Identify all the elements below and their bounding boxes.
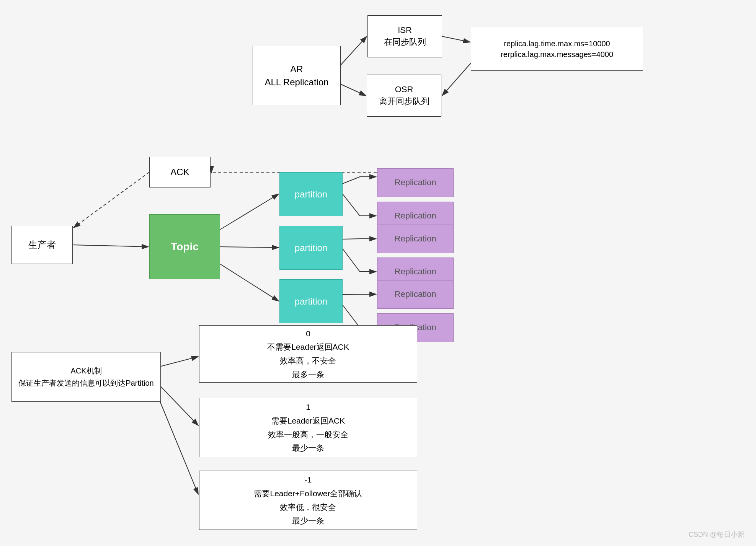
- ack1-box: 1 需要Leader返回ACK 效率一般高，一般安全 最少一条: [199, 398, 417, 457]
- ar-box: AR ALL Replication: [253, 46, 341, 105]
- osr-box: OSR 离开同步队列: [367, 75, 441, 117]
- replication-3a-box: Replication: [377, 280, 454, 309]
- ack-box: ACK: [149, 157, 211, 187]
- svg-line-4: [220, 247, 279, 248]
- replication-2a-box: Replication: [377, 225, 454, 253]
- svg-line-8: [442, 36, 470, 42]
- svg-line-6: [341, 36, 367, 65]
- svg-line-5: [220, 264, 279, 301]
- partition3-box: partition: [279, 279, 343, 323]
- ack-mechanism-box: ACK机制 保证生产者发送的信息可以到达Partition: [11, 352, 161, 402]
- svg-line-15: [157, 394, 198, 494]
- svg-line-14: [157, 383, 198, 425]
- ackn1-box: -1 需要Leader+Follower全部确认 效率低，很安全 最少一条: [199, 471, 417, 530]
- svg-line-7: [341, 84, 366, 96]
- partition2-box: partition: [279, 226, 343, 270]
- partition1-box: partition: [279, 172, 343, 216]
- watermark: CSDN @每日小新: [689, 530, 745, 539]
- replica-config-box: replica.lag.time.max.ms=10000 rerplica.l…: [471, 27, 643, 71]
- producer-box: 生产者: [11, 226, 73, 264]
- isr-box: ISR 在同步队列: [367, 15, 442, 57]
- diagram-container: 生产者 ACK Topic AR ALL Replication ISR 在同步…: [0, 0, 756, 546]
- replication-1a-box: Replication: [377, 168, 454, 197]
- svg-line-9: [442, 63, 471, 96]
- ack0-box: 0 不需要Leader返回ACK 效率高，不安全 最多一条: [199, 325, 417, 383]
- svg-line-13: [157, 357, 198, 367]
- svg-line-3: [220, 194, 279, 230]
- svg-line-2: [73, 245, 149, 247]
- topic-box: Topic: [149, 214, 220, 279]
- svg-line-10: [73, 172, 149, 228]
